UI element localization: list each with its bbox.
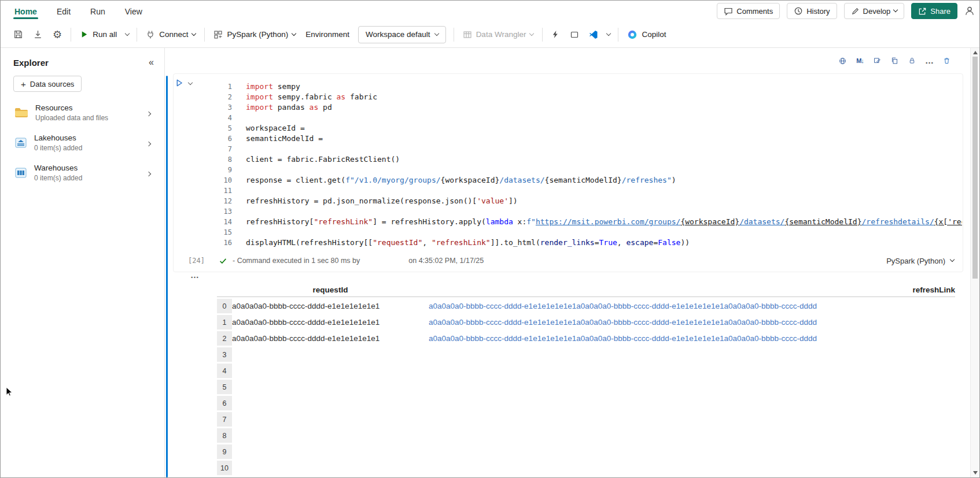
explorer-item-label: Warehouses — [34, 164, 140, 172]
table-row: 3 — [217, 347, 955, 362]
save-button[interactable] — [12, 27, 24, 42]
line-number: 7 — [190, 144, 232, 154]
convert-to-markdown-button[interactable]: M↓ — [853, 54, 867, 68]
scroll-down-arrow-icon[interactable] — [973, 471, 978, 475]
tab-run[interactable]: Run — [89, 2, 106, 20]
explorer-item-lakehouses[interactable]: Lakehouses 0 item(s) added — [1, 128, 164, 158]
download-icon — [33, 29, 43, 39]
line-number: 9 — [190, 165, 232, 175]
vertical-scrollbar[interactable] — [970, 48, 979, 477]
tab-view[interactable]: View — [124, 2, 143, 20]
code-lines[interactable]: import sempyimport sempy.fabric as fabri… — [232, 81, 962, 248]
run-all-dropdown-chevron[interactable] — [125, 31, 130, 35]
refresh-link-cell[interactable]: a0a0a0a0-bbbb-cccc-dddd-e1e1e1e1e1e1a0a0… — [429, 331, 955, 346]
line-number: 10 — [190, 175, 232, 186]
scrollbar-thumb[interactable] — [972, 57, 978, 279]
output-collapse-handle[interactable]: … — [190, 272, 200, 278]
tab-home[interactable]: Home — [13, 2, 38, 20]
explorer-item-resources[interactable]: Resources Uploaded data and files — [1, 98, 164, 128]
copilot-button[interactable]: Copilot — [626, 27, 667, 42]
share-button[interactable]: Share — [911, 3, 957, 19]
cell-status-bar: [24] - Command executed in 1 sec 80 ms b… — [188, 253, 954, 269]
workspace-selector[interactable]: Workspace default — [358, 26, 446, 43]
code-line[interactable]: import sempy.fabric as fabric — [246, 92, 962, 102]
explorer-item-label: Resources — [35, 103, 140, 112]
refresh-link-cell[interactable]: a0a0a0a0-bbbb-cccc-dddd-e1e1e1e1e1e1a0a0… — [429, 315, 955, 329]
refresh-link-cell — [429, 396, 955, 410]
run-all-button[interactable]: Run all — [79, 28, 118, 41]
settings-button[interactable]: ⚙ — [51, 27, 63, 42]
notebook-toolbar: ⚙ Run all Connect PySpark (Python) Envir… — [1, 21, 979, 48]
chevron-right-icon[interactable] — [146, 112, 151, 116]
line-number: 15 — [190, 227, 232, 238]
code-line[interactable]: refreshHistory["refreshLink"] = refreshH… — [246, 217, 962, 227]
run-all-icon — [80, 30, 89, 39]
table-row: 8 — [217, 428, 955, 443]
environment-button[interactable]: Environment — [304, 28, 351, 41]
code-line[interactable]: client = fabric.FabricRestClient() — [246, 154, 962, 165]
explorer-item-subtitle: Uploaded data and files — [35, 114, 140, 122]
code-line[interactable] — [246, 206, 962, 217]
row-index: 10 — [217, 461, 232, 475]
line-number: 3 — [190, 102, 232, 113]
plus-icon: + — [21, 79, 26, 89]
refresh-link-cell[interactable]: a0a0a0a0-bbbb-cccc-dddd-e1e1e1e1e1e1a0a0… — [429, 299, 955, 313]
markdown-icon: M↓ — [856, 57, 864, 64]
more-commands-button[interactable]: … — [922, 54, 937, 68]
table-row: 9 — [217, 444, 955, 459]
explorer-title: Explorer — [13, 58, 49, 68]
code-line[interactable]: import pandas as pd — [246, 102, 962, 113]
request-id-cell — [232, 444, 429, 459]
focus-frame-button[interactable] — [569, 28, 580, 42]
code-line[interactable]: import sempy — [246, 81, 962, 92]
row-index: 0 — [217, 299, 232, 313]
code-line[interactable]: semanticModelId = — [246, 134, 962, 144]
chevron-right-icon[interactable] — [146, 142, 151, 146]
history-button[interactable]: History — [787, 3, 837, 19]
cell-language-selector[interactable]: PySpark (Python) — [886, 257, 954, 265]
cell-language-label: PySpark (Python) — [886, 257, 945, 265]
copy-cell-button[interactable] — [887, 54, 902, 68]
success-check-icon — [219, 257, 227, 265]
vscode-dropdown-chevron[interactable] — [606, 31, 611, 35]
toolbar-divider — [204, 28, 205, 42]
code-line[interactable] — [246, 186, 962, 196]
explorer-item-warehouses[interactable]: Warehouses 0 item(s) added — [1, 158, 164, 188]
add-data-sources-button[interactable]: + Data sources — [13, 76, 82, 92]
code-line[interactable]: refreshHistory = pd.json_normalize(respo… — [246, 196, 962, 206]
code-line[interactable]: workspaceId = — [246, 123, 962, 134]
edit-cell-button[interactable] — [870, 54, 885, 68]
freeze-cell-button[interactable] — [905, 54, 919, 68]
account-icon[interactable] — [964, 6, 975, 16]
download-button[interactable] — [32, 27, 44, 42]
code-line[interactable] — [246, 113, 962, 123]
code-editor[interactable]: 12345678910111213141516 import sempyimpo… — [190, 81, 962, 248]
execution-count: [24] — [188, 257, 211, 265]
row-index: 4 — [217, 364, 232, 378]
code-line[interactable] — [246, 144, 962, 154]
toolbar-divider — [542, 28, 543, 42]
run-cell-button[interactable] — [174, 78, 184, 90]
menubar: Home Edit Run View Comments History Deve… — [1, 1, 979, 21]
code-line[interactable]: displayHTML(refreshHistory[["requestId",… — [246, 238, 962, 248]
collapse-explorer-button[interactable]: « — [149, 57, 154, 68]
language-selector-button[interactable]: PySpark (Python) — [212, 28, 297, 42]
code-line[interactable] — [246, 227, 962, 238]
chevron-right-icon[interactable] — [146, 172, 151, 176]
row-index: 3 — [217, 347, 232, 362]
request-id-cell — [232, 428, 429, 443]
mouse-cursor — [6, 387, 14, 397]
delete-cell-button[interactable] — [940, 54, 954, 68]
table-row: 10 — [217, 461, 955, 475]
status-text: - Command executed in 1 sec 80 ms by — [233, 257, 360, 265]
vscode-button[interactable] — [588, 28, 599, 42]
session-button[interactable] — [550, 28, 561, 41]
code-line[interactable] — [246, 165, 962, 175]
scroll-up-arrow-icon[interactable] — [973, 51, 978, 54]
comments-button[interactable]: Comments — [717, 3, 780, 19]
code-line[interactable]: response = client.get(f"/v1.0/myorg/grou… — [246, 175, 962, 186]
run-by-line-button[interactable] — [835, 54, 850, 68]
develop-button[interactable]: Develop — [844, 3, 905, 19]
connect-button[interactable]: Connect — [145, 28, 197, 42]
tab-edit[interactable]: Edit — [56, 2, 72, 20]
